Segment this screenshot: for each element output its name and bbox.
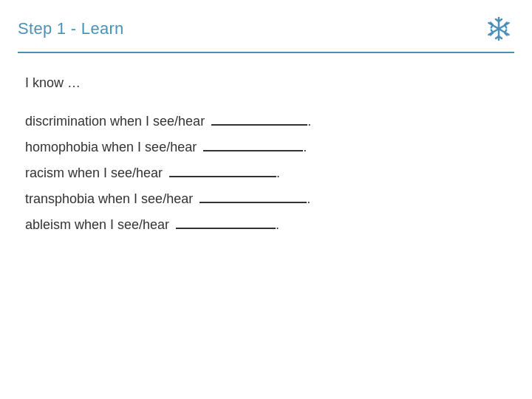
item-period: . xyxy=(303,140,307,154)
list-item: discrimination when I see/hear . xyxy=(25,112,507,132)
item-prefix: transphobia when I see/hear xyxy=(25,191,197,206)
item-prefix: discrimination when I see/hear xyxy=(25,114,208,129)
list-item: racism when I see/hear . xyxy=(25,163,507,183)
page-title: Step 1 - Learn xyxy=(18,19,124,38)
item-blank xyxy=(169,176,276,177)
item-period: . xyxy=(307,114,311,129)
page-container: Step 1 - Learn xyxy=(0,0,532,399)
logo-icon xyxy=(483,13,514,44)
item-period: . xyxy=(307,191,310,206)
svg-line-3 xyxy=(488,23,499,29)
svg-line-4 xyxy=(499,29,509,35)
item-period: . xyxy=(276,217,279,232)
list-item: ableism when I see/hear . xyxy=(25,215,507,235)
intro-text: I know … xyxy=(25,75,507,91)
content-area: I know … discrimination when I see/hear … xyxy=(18,75,514,235)
item-period: . xyxy=(276,166,280,180)
item-blank xyxy=(203,150,303,151)
item-prefix: homophobia when I see/hear xyxy=(25,140,200,154)
list-item: homophobia when I see/hear . xyxy=(25,137,507,157)
header: Step 1 - Learn xyxy=(18,13,514,53)
item-blank xyxy=(176,228,276,229)
item-blank xyxy=(211,124,307,126)
item-prefix: racism when I see/hear xyxy=(25,166,166,180)
items-list: discrimination when I see/hear . homopho… xyxy=(25,112,507,235)
list-item: transphobia when I see/hear . xyxy=(25,189,507,209)
item-blank xyxy=(200,202,307,203)
svg-line-5 xyxy=(488,29,499,35)
item-prefix: ableism when I see/hear xyxy=(25,217,173,232)
svg-line-6 xyxy=(499,23,509,29)
